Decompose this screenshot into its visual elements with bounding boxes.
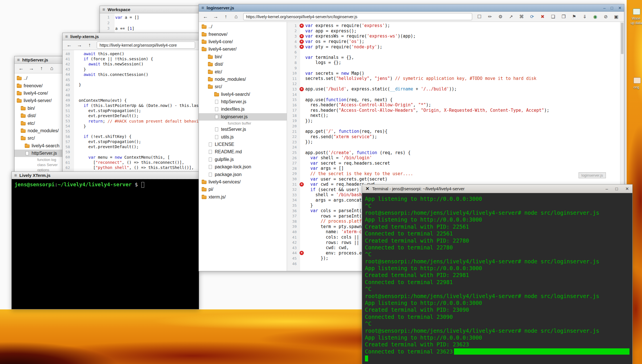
code-line[interactable]: 42 await this.newSession() [63, 61, 199, 67]
folder-icon[interactable]: ❐ [560, 14, 567, 19]
code-line[interactable]: 43 } [63, 67, 199, 72]
code-line[interactable]: 2 ✕ var app = express(); [287, 28, 624, 34]
close-icon[interactable]: ✕ [625, 186, 629, 191]
back-button[interactable]: ← [202, 14, 209, 20]
tree-item[interactable]: gulpfile.js [199, 156, 287, 163]
tree-item[interactable]: package.json [199, 171, 287, 178]
lively-xterm-titlebar[interactable]: ≡ lively-xterm.js [63, 33, 199, 40]
code-line[interactable]: 40 await this.open() [63, 51, 199, 56]
tree-item[interactable]: httpServer.js [199, 98, 287, 106]
flag-icon[interactable]: ⚑ [571, 14, 577, 19]
forward-button[interactable]: → [212, 14, 219, 20]
desktop-icon[interactable] [633, 77, 641, 84]
terminal-titlebar[interactable]: ✕ Terminal - jens@sensorpi: ~/lively4/li… [362, 185, 632, 193]
menu-icon[interactable]: ≡ [17, 58, 20, 62]
block-icon[interactable]: ⊘ [602, 14, 609, 19]
code-line[interactable]: 50 if (this.lastPointerUp && (Date.now()… [63, 103, 199, 108]
close-icon[interactable]: ✕ [618, 6, 622, 10]
tree-item[interactable]: freenove/ [199, 30, 287, 38]
code-line[interactable]: 48 [63, 93, 199, 98]
maximize-icon[interactable]: □ [611, 6, 613, 10]
code-line[interactable]: 62 ["python shell", () => this.startShel… [63, 165, 199, 170]
maximize-icon[interactable]: □ [615, 186, 618, 191]
tree-item[interactable]: function buffer [199, 121, 287, 126]
code-line[interactable]: 9 ✕ [287, 65, 624, 71]
save-icon[interactable]: ⇓ [581, 14, 588, 19]
code-editor[interactable]: 40 await this.open() 41 if (force || !th… [63, 50, 199, 192]
code-line[interactable]: 25 ✕ app.post('/create', function (req, … [287, 150, 624, 155]
tree-item[interactable]: etc/ [199, 68, 287, 75]
code-line[interactable]: 14 ✕ [287, 92, 624, 97]
tree-item[interactable]: dist/ [199, 61, 287, 68]
menu-icon[interactable]: ≡ [201, 6, 204, 10]
tree-item[interactable]: lively4-core/ [199, 38, 287, 46]
code-line[interactable]: 8 ✕ logs = {}; [287, 60, 624, 65]
tree-item[interactable]: node_modules/ [199, 76, 287, 83]
code-line[interactable]: 11 ✕ secrets.set("hellolively", "jens") … [287, 76, 624, 81]
code-line[interactable]: 21 ✕ app.get('/', function(req, res){ [287, 129, 624, 134]
code-line[interactable]: 15 ✕ app.use(function(req, res, next) { [287, 97, 624, 102]
url-input[interactable]: https://lively-kernel.org/sensorpi/livel… [97, 42, 195, 49]
tree-item[interactable]: ../ [199, 23, 287, 30]
code-line[interactable]: 13 ✕ app.use('/build', express.static(__… [287, 86, 624, 92]
code-line[interactable]: 12 ✕ [287, 81, 624, 87]
up-button[interactable]: ↑ [38, 65, 45, 71]
tree-item[interactable]: utils.js [199, 133, 287, 140]
fullscreen-icon[interactable]: ▣ [613, 14, 620, 19]
code-line[interactable]: 1 var a = [] [100, 15, 202, 20]
tree-item[interactable]: testServer.js [199, 126, 287, 133]
code-line[interactable]: 55 [63, 129, 199, 134]
back-button[interactable]: ← [18, 65, 24, 71]
code-line[interactable]: 26 ✕ var shell = '/bin/login' [287, 155, 624, 161]
url-input[interactable]: https://lively-kernel.org/sensorpi/livel… [243, 13, 472, 20]
code-line[interactable]: 60 var menu = new ContextMenu(this, [ [63, 155, 199, 160]
tree-item[interactable]: src/ [199, 83, 287, 90]
up-button[interactable]: ↑ [86, 42, 93, 48]
code-line[interactable]: 53 return; // #HACK custom prevent defau… [63, 118, 199, 123]
code-line[interactable]: 7 ✕ var terminals = {}, [287, 55, 624, 60]
code-line[interactable]: 28 ✕ var args = [] [287, 166, 624, 171]
code-line[interactable]: 2 [100, 20, 202, 26]
tree-item[interactable]: pi/ [199, 186, 287, 193]
terminal-screen[interactable]: App listening to http://0.0.0.0:3000 ^C … [362, 193, 632, 364]
code-line[interactable]: 24 ✕ [287, 145, 624, 150]
tree-item[interactable]: package-lock.json [199, 163, 287, 171]
tree-item[interactable]: lively4-server/ [199, 46, 287, 53]
brush-icon[interactable]: ✏ [487, 14, 493, 19]
code-line[interactable]: 29 ✕ // the secret is the key to the use… [287, 171, 624, 177]
new-file-icon[interactable]: ❏ [550, 14, 556, 19]
code-line[interactable]: 52 evt.preventDefault(); [63, 113, 199, 118]
code-line[interactable]: 3 ✕ var expressWs = require('express-ws'… [287, 34, 624, 39]
code-line[interactable]: 10 ✕ var secrets = new Map() [287, 71, 624, 76]
code-line[interactable]: 54 } [63, 124, 199, 129]
tree-item[interactable]: lively4-services/ [199, 178, 287, 186]
menu-icon[interactable]: ≡ [102, 7, 105, 12]
open-external-icon[interactable]: ↗ [508, 14, 514, 19]
code-line[interactable]: 56 if (!evt.shiftKey) { [63, 134, 199, 139]
minimize-icon[interactable]: – [603, 6, 606, 10]
code-line[interactable]: 61 ["reconnect", () => this.reconnect()]… [63, 160, 199, 165]
up-button[interactable]: ↑ [223, 14, 229, 20]
home-button[interactable]: ⌂ [49, 65, 55, 71]
code-line[interactable]: 16 ✕ res.header("Access-Control-Allow-Or… [287, 102, 624, 108]
gears-icon[interactable]: ⚙ [497, 14, 504, 19]
code-line[interactable]: 51 evt.stopPropagation(); [63, 108, 199, 113]
forward-button[interactable]: → [76, 42, 82, 48]
code-line[interactable]: 17 ✕ res.header("Access-Control-Allow-He… [287, 108, 624, 113]
code-line[interactable]: 6 ✕ [287, 49, 624, 55]
code-line[interactable]: 49 onContextMenu(evt) { [63, 98, 199, 103]
back-button[interactable]: ← [66, 42, 72, 48]
tree-item[interactable]: indexfiles.js [199, 106, 287, 113]
forward-button[interactable]: → [28, 65, 34, 71]
home-button[interactable]: ⌂ [233, 14, 239, 20]
code-line[interactable]: 59 [63, 150, 199, 155]
tree-item[interactable]: README.md [199, 148, 287, 156]
menu-icon[interactable]: ≡ [14, 173, 17, 178]
code-line[interactable]: 45 [63, 77, 199, 82]
code-line[interactable]: 1 ✕ var express = require('express'); [287, 23, 624, 28]
workspace-titlebar[interactable]: ≡ Workspace [100, 6, 202, 13]
menu-icon[interactable]: ≡ [65, 34, 68, 39]
code-line[interactable]: 30 ✕ var user = secrets.get(secret) [287, 176, 624, 182]
tree-item[interactable]: bin/ [199, 53, 287, 61]
code-line[interactable]: 41 if (force || !this.session) { [63, 56, 199, 61]
